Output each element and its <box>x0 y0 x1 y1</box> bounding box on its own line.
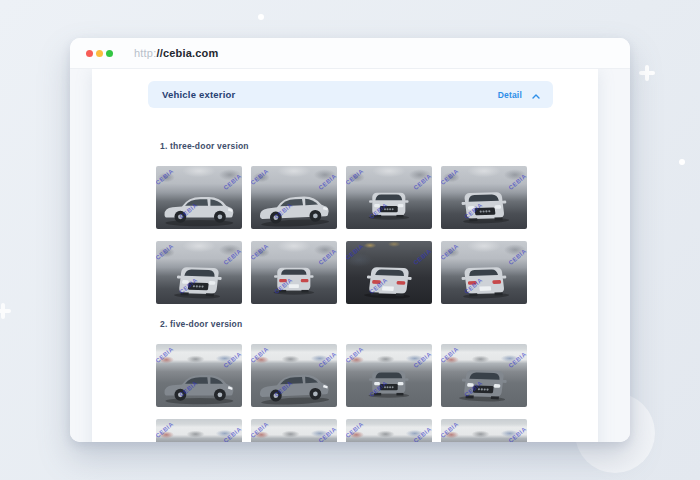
detail-button-label: Detail <box>498 90 522 100</box>
car-illustration <box>445 177 523 229</box>
url-scheme: http: <box>134 47 156 59</box>
desktop-background: http://cebia.com Vehicle exterior Detail… <box>0 0 700 480</box>
section-label-three-door: 1. three-door version <box>160 141 598 151</box>
detail-button[interactable]: Detail <box>498 87 540 102</box>
vehicle-photo[interactable]: CEBIA CEBIA CEBIA <box>156 344 242 407</box>
vehicle-photo[interactable]: CEBIA CEBIA CEBIA <box>441 419 527 442</box>
address-bar[interactable]: http://cebia.com <box>134 47 219 59</box>
panel-title: Vehicle exterior <box>162 89 235 100</box>
vehicle-photo[interactable]: CEBIA CEBIA CEBIA <box>346 166 432 229</box>
vehicle-photo[interactable]: CEBIA CEBIA CEBIA <box>156 166 242 229</box>
car-illustration <box>445 355 523 407</box>
car-illustration <box>159 183 238 228</box>
car-illustration <box>445 252 523 304</box>
section-label-five-door: 2. five-door version <box>160 319 598 329</box>
car-illustration <box>253 359 334 407</box>
car-illustration <box>262 430 326 442</box>
traffic-light-minimize-button[interactable] <box>96 50 103 57</box>
photo-grid-three-door: CEBIA CEBIA CEBIA CEBIA CEBIA CEBIA CEBI… <box>156 166 598 304</box>
car-illustration <box>350 430 428 442</box>
browser-topbar: http://cebia.com <box>70 38 630 69</box>
vehicle-photo[interactable]: CEBIA CEBIA CEBIA <box>346 241 432 304</box>
plus-decoration-icon <box>639 65 655 81</box>
plus-decoration-icon <box>0 303 11 319</box>
vehicle-exterior-panel-header: Vehicle exterior Detail <box>148 81 553 108</box>
car-illustration <box>253 181 334 229</box>
vehicle-photo[interactable]: CEBIA CEBIA CEBIA <box>156 419 242 442</box>
page-viewport: Vehicle exterior Detail 1. three-door ve… <box>70 69 630 442</box>
vehicle-photo[interactable]: CEBIA CEBIA CEBIA <box>156 241 242 304</box>
car-illustration <box>159 361 238 406</box>
vehicle-photo[interactable]: CEBIA CEBIA CEBIA <box>346 344 432 407</box>
chevron-up-icon <box>532 87 540 102</box>
browser-window: http://cebia.com Vehicle exterior Detail… <box>70 38 630 442</box>
vehicle-photo[interactable]: CEBIA CEBIA CEBIA <box>346 419 432 442</box>
vehicle-photo[interactable]: CEBIA CEBIA CEBIA <box>441 166 527 229</box>
background-dot-decoration <box>258 14 264 20</box>
vehicle-photo[interactable]: CEBIA CEBIA CEBIA <box>441 344 527 407</box>
background-dot-decoration <box>679 159 685 165</box>
traffic-light-maximize-button[interactable] <box>106 50 113 57</box>
car-illustration <box>445 430 523 442</box>
vehicle-photo[interactable]: CEBIA CEBIA CEBIA <box>251 419 337 442</box>
vehicle-photo[interactable]: CEBIA CEBIA CEBIA <box>441 241 527 304</box>
url-host: //cebia.com <box>156 47 218 59</box>
car-illustration <box>350 252 428 304</box>
content-sheet: Vehicle exterior Detail 1. three-door ve… <box>92 69 598 442</box>
car-illustration <box>357 177 421 229</box>
traffic-light-close-button[interactable] <box>86 50 93 57</box>
vehicle-photo[interactable]: CEBIA CEBIA CEBIA <box>251 166 337 229</box>
car-illustration <box>159 436 238 442</box>
photo-grid-five-door: CEBIA CEBIA CEBIA CEBIA CEBIA CEBIA CEBI… <box>156 344 598 442</box>
car-illustration <box>262 252 326 304</box>
car-illustration <box>357 355 421 407</box>
car-illustration <box>160 252 238 304</box>
vehicle-photo[interactable]: CEBIA CEBIA CEBIA <box>251 241 337 304</box>
vehicle-photo[interactable]: CEBIA CEBIA CEBIA <box>251 344 337 407</box>
